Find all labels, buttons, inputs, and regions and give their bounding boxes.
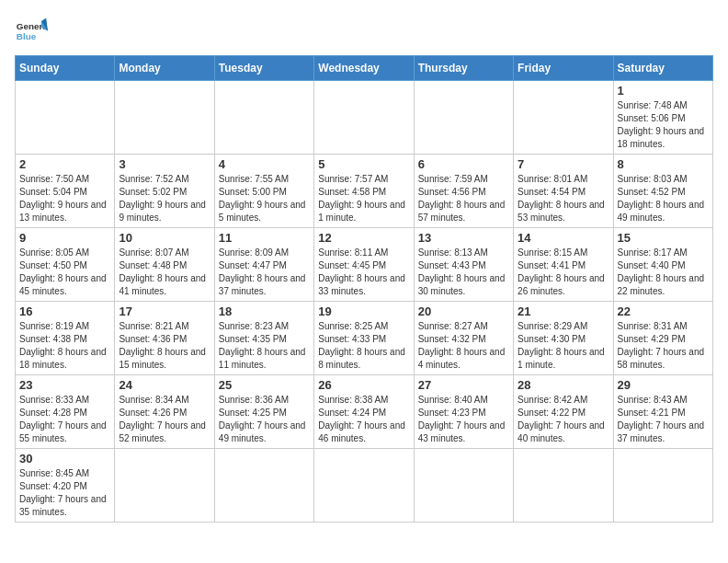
calendar-cell xyxy=(115,81,214,155)
calendar-cell: 3Sunrise: 7:52 AM Sunset: 5:02 PM Daylig… xyxy=(115,155,214,228)
day-number: 12 xyxy=(318,231,409,245)
calendar-cell: 10Sunrise: 8:07 AM Sunset: 4:48 PM Dayli… xyxy=(115,228,214,302)
day-info: Sunrise: 8:42 AM Sunset: 4:22 PM Dayligh… xyxy=(518,394,609,445)
day-number: 20 xyxy=(418,304,509,318)
day-number: 29 xyxy=(618,378,709,392)
day-number: 11 xyxy=(219,231,310,245)
day-info: Sunrise: 7:57 AM Sunset: 4:58 PM Dayligh… xyxy=(318,173,409,224)
calendar-header: SundayMondayTuesdayWednesdayThursdayFrid… xyxy=(16,56,713,81)
day-info: Sunrise: 8:31 AM Sunset: 4:29 PM Dayligh… xyxy=(618,320,709,372)
calendar-cell xyxy=(115,449,214,523)
day-info: Sunrise: 8:09 AM Sunset: 4:47 PM Dayligh… xyxy=(219,247,310,298)
calendar-cell: 23Sunrise: 8:33 AM Sunset: 4:28 PM Dayli… xyxy=(16,375,115,449)
page-header: General Blue xyxy=(15,15,713,48)
calendar-cell: 4Sunrise: 7:55 AM Sunset: 5:00 PM Daylig… xyxy=(214,155,313,228)
calendar-cell: 14Sunrise: 8:15 AM Sunset: 4:41 PM Dayli… xyxy=(514,228,613,302)
day-info: Sunrise: 7:52 AM Sunset: 5:02 PM Dayligh… xyxy=(119,173,210,224)
calendar-cell: 19Sunrise: 8:25 AM Sunset: 4:33 PM Dayli… xyxy=(314,302,414,375)
day-info: Sunrise: 8:23 AM Sunset: 4:35 PM Dayligh… xyxy=(219,320,310,372)
day-info: Sunrise: 8:21 AM Sunset: 4:36 PM Dayligh… xyxy=(119,320,210,372)
calendar-body: 1Sunrise: 7:48 AM Sunset: 5:06 PM Daylig… xyxy=(16,81,713,523)
day-info: Sunrise: 8:17 AM Sunset: 4:40 PM Dayligh… xyxy=(618,247,709,298)
calendar-cell xyxy=(214,449,313,523)
calendar-cell xyxy=(214,81,313,155)
day-number: 2 xyxy=(19,157,110,171)
calendar-cell: 6Sunrise: 7:59 AM Sunset: 4:56 PM Daylig… xyxy=(414,155,513,228)
calendar-cell: 9Sunrise: 8:05 AM Sunset: 4:50 PM Daylig… xyxy=(16,228,115,302)
calendar-cell xyxy=(314,449,414,523)
day-number: 28 xyxy=(518,378,609,392)
calendar-cell xyxy=(414,449,513,523)
day-info: Sunrise: 8:03 AM Sunset: 4:52 PM Dayligh… xyxy=(618,173,709,224)
weekday-header-row: SundayMondayTuesdayWednesdayThursdayFrid… xyxy=(16,56,713,81)
day-number: 6 xyxy=(418,157,509,171)
day-number: 9 xyxy=(19,231,110,245)
calendar-cell: 21Sunrise: 8:29 AM Sunset: 4:30 PM Dayli… xyxy=(514,302,613,375)
day-info: Sunrise: 8:34 AM Sunset: 4:26 PM Dayligh… xyxy=(119,394,210,445)
day-number: 5 xyxy=(318,157,409,171)
calendar-cell: 20Sunrise: 8:27 AM Sunset: 4:32 PM Dayli… xyxy=(414,302,513,375)
calendar-cell: 28Sunrise: 8:42 AM Sunset: 4:22 PM Dayli… xyxy=(514,375,613,449)
calendar-cell: 7Sunrise: 8:01 AM Sunset: 4:54 PM Daylig… xyxy=(514,155,613,228)
day-info: Sunrise: 8:25 AM Sunset: 4:33 PM Dayligh… xyxy=(318,320,409,372)
day-info: Sunrise: 8:13 AM Sunset: 4:43 PM Dayligh… xyxy=(418,247,509,298)
calendar-cell: 1Sunrise: 7:48 AM Sunset: 5:06 PM Daylig… xyxy=(613,81,712,155)
calendar-cell: 30Sunrise: 8:45 AM Sunset: 4:20 PM Dayli… xyxy=(16,449,115,523)
calendar-cell: 18Sunrise: 8:23 AM Sunset: 4:35 PM Dayli… xyxy=(214,302,313,375)
day-number: 15 xyxy=(618,231,709,245)
calendar-week-row: 30Sunrise: 8:45 AM Sunset: 4:20 PM Dayli… xyxy=(16,449,713,523)
weekday-header: Tuesday xyxy=(214,56,313,81)
day-number: 1 xyxy=(618,84,709,98)
day-info: Sunrise: 8:19 AM Sunset: 4:38 PM Dayligh… xyxy=(19,320,110,372)
calendar-cell: 11Sunrise: 8:09 AM Sunset: 4:47 PM Dayli… xyxy=(214,228,313,302)
day-info: Sunrise: 7:50 AM Sunset: 5:04 PM Dayligh… xyxy=(19,173,110,224)
calendar-cell: 25Sunrise: 8:36 AM Sunset: 4:25 PM Dayli… xyxy=(214,375,313,449)
calendar-week-row: 2Sunrise: 7:50 AM Sunset: 5:04 PM Daylig… xyxy=(16,155,713,228)
day-info: Sunrise: 8:05 AM Sunset: 4:50 PM Dayligh… xyxy=(19,247,110,298)
calendar-cell: 29Sunrise: 8:43 AM Sunset: 4:21 PM Dayli… xyxy=(613,375,712,449)
calendar-cell xyxy=(613,449,712,523)
day-info: Sunrise: 8:07 AM Sunset: 4:48 PM Dayligh… xyxy=(119,247,210,298)
day-number: 27 xyxy=(418,378,509,392)
day-number: 25 xyxy=(219,378,310,392)
calendar-cell: 13Sunrise: 8:13 AM Sunset: 4:43 PM Dayli… xyxy=(414,228,513,302)
day-info: Sunrise: 8:11 AM Sunset: 4:45 PM Dayligh… xyxy=(318,247,409,298)
day-number: 8 xyxy=(618,157,709,171)
calendar-cell xyxy=(514,81,613,155)
weekday-header: Wednesday xyxy=(314,56,414,81)
calendar-cell xyxy=(314,81,414,155)
weekday-header: Monday xyxy=(115,56,214,81)
day-number: 24 xyxy=(119,378,210,392)
day-info: Sunrise: 8:43 AM Sunset: 4:21 PM Dayligh… xyxy=(618,394,709,445)
day-number: 22 xyxy=(618,304,709,318)
day-number: 19 xyxy=(318,304,409,318)
logo: General Blue xyxy=(15,15,48,48)
calendar-cell xyxy=(16,81,115,155)
calendar-cell xyxy=(514,449,613,523)
day-info: Sunrise: 8:15 AM Sunset: 4:41 PM Dayligh… xyxy=(518,247,609,298)
logo-icon: General Blue xyxy=(15,15,48,48)
day-number: 13 xyxy=(418,231,509,245)
day-number: 17 xyxy=(119,304,210,318)
calendar-cell: 16Sunrise: 8:19 AM Sunset: 4:38 PM Dayli… xyxy=(16,302,115,375)
calendar-cell: 2Sunrise: 7:50 AM Sunset: 5:04 PM Daylig… xyxy=(16,155,115,228)
calendar-cell: 15Sunrise: 8:17 AM Sunset: 4:40 PM Dayli… xyxy=(613,228,712,302)
day-info: Sunrise: 7:55 AM Sunset: 5:00 PM Dayligh… xyxy=(219,173,310,224)
calendar-cell: 5Sunrise: 7:57 AM Sunset: 4:58 PM Daylig… xyxy=(314,155,414,228)
day-number: 21 xyxy=(518,304,609,318)
svg-text:Blue: Blue xyxy=(17,31,37,41)
day-info: Sunrise: 8:38 AM Sunset: 4:24 PM Dayligh… xyxy=(318,394,409,445)
weekday-header: Thursday xyxy=(414,56,513,81)
day-number: 16 xyxy=(19,304,110,318)
day-number: 30 xyxy=(19,452,110,465)
calendar-cell xyxy=(414,81,513,155)
calendar-week-row: 16Sunrise: 8:19 AM Sunset: 4:38 PM Dayli… xyxy=(16,302,713,375)
day-info: Sunrise: 8:33 AM Sunset: 4:28 PM Dayligh… xyxy=(19,394,110,445)
day-info: Sunrise: 8:27 AM Sunset: 4:32 PM Dayligh… xyxy=(418,320,509,372)
weekday-header: Sunday xyxy=(16,56,115,81)
day-info: Sunrise: 8:40 AM Sunset: 4:23 PM Dayligh… xyxy=(418,394,509,445)
day-info: Sunrise: 8:29 AM Sunset: 4:30 PM Dayligh… xyxy=(518,320,609,372)
day-info: Sunrise: 7:48 AM Sunset: 5:06 PM Dayligh… xyxy=(618,99,709,151)
day-number: 18 xyxy=(219,304,310,318)
calendar-cell: 22Sunrise: 8:31 AM Sunset: 4:29 PM Dayli… xyxy=(613,302,712,375)
